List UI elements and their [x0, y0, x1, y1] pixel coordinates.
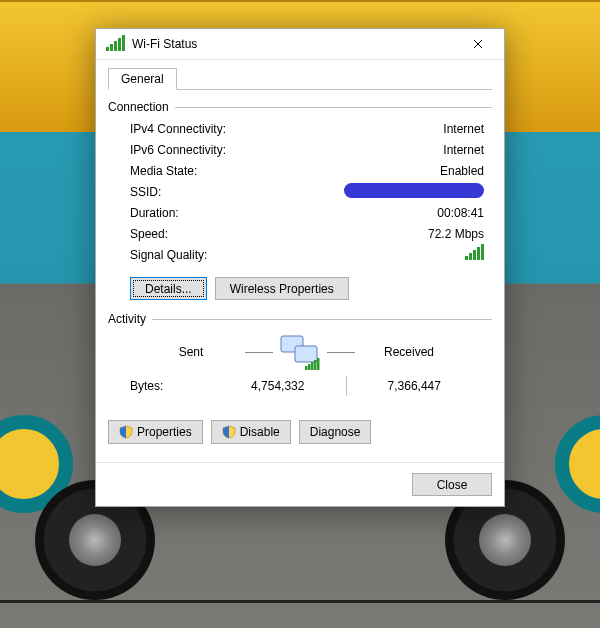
desktop-background: Wi-Fi Status General Connection IPv4 Con…: [0, 0, 600, 628]
speed-value: 72.2 Mbps: [290, 227, 484, 241]
properties-button[interactable]: Properties: [108, 420, 203, 444]
duration-label: Duration:: [130, 206, 290, 220]
diagnose-button[interactable]: Diagnose: [299, 420, 372, 444]
wifi-icon: [106, 37, 125, 51]
wireless-properties-button[interactable]: Wireless Properties: [215, 277, 349, 300]
close-icon[interactable]: [458, 32, 498, 56]
disable-button[interactable]: Disable: [211, 420, 291, 444]
activity-header: Activity: [108, 312, 146, 326]
svg-rect-2: [305, 366, 308, 370]
row-media: Media State: Enabled: [130, 160, 484, 181]
titlebar[interactable]: Wi-Fi Status: [96, 29, 504, 60]
media-label: Media State:: [130, 164, 290, 178]
bytes-sent-value: 4,754,332: [210, 379, 346, 393]
bytes-label: Bytes:: [118, 379, 210, 393]
background-ground: [0, 600, 600, 603]
received-label: Received: [359, 345, 459, 359]
network-activity-icon: [277, 332, 323, 372]
tabstrip: General: [108, 68, 492, 90]
svg-rect-6: [317, 358, 320, 370]
shield-icon: [222, 425, 236, 439]
group-connection: Connection: [108, 100, 492, 114]
close-button[interactable]: Close: [412, 473, 492, 496]
redaction-blob: [344, 183, 484, 198]
row-signal: Signal Quality:: [130, 244, 484, 265]
signal-bars-icon: [465, 246, 484, 260]
ssid-label: SSID:: [130, 185, 290, 199]
shield-icon: [119, 425, 133, 439]
row-duration: Duration: 00:08:41: [130, 202, 484, 223]
wifi-status-dialog: Wi-Fi Status General Connection IPv4 Con…: [95, 28, 505, 507]
tab-general[interactable]: General: [108, 68, 177, 90]
window-title: Wi-Fi Status: [132, 37, 197, 51]
signal-value: [290, 246, 484, 263]
group-activity: Activity: [108, 312, 492, 326]
ipv4-value: Internet: [290, 122, 484, 136]
properties-label: Properties: [137, 425, 192, 439]
sent-label: Sent: [141, 345, 241, 359]
ipv4-label: IPv4 Connectivity:: [130, 122, 290, 136]
divider: [327, 352, 355, 353]
duration-value: 00:08:41: [290, 206, 484, 220]
ipv6-value: Internet: [290, 143, 484, 157]
svg-rect-5: [314, 360, 317, 370]
row-speed: Speed: 72.2 Mbps: [130, 223, 484, 244]
row-ssid: SSID:: [130, 181, 484, 202]
row-ipv4: IPv4 Connectivity: Internet: [130, 118, 484, 139]
background-decor: [555, 415, 600, 513]
disable-label: Disable: [240, 425, 280, 439]
speed-label: Speed:: [130, 227, 290, 241]
row-ipv6: IPv6 Connectivity: Internet: [130, 139, 484, 160]
ssid-value-redacted: [290, 183, 484, 201]
svg-rect-3: [308, 364, 311, 370]
signal-label: Signal Quality:: [130, 248, 290, 262]
svg-rect-1: [295, 346, 317, 362]
divider: [245, 352, 273, 353]
media-value: Enabled: [290, 164, 484, 178]
details-button[interactable]: Details...: [130, 277, 207, 300]
connection-header: Connection: [108, 100, 169, 114]
bytes-received-value: 7,366,447: [347, 379, 483, 393]
diagnose-label: Diagnose: [310, 425, 361, 439]
ipv6-label: IPv6 Connectivity:: [130, 143, 290, 157]
svg-rect-4: [311, 362, 314, 370]
